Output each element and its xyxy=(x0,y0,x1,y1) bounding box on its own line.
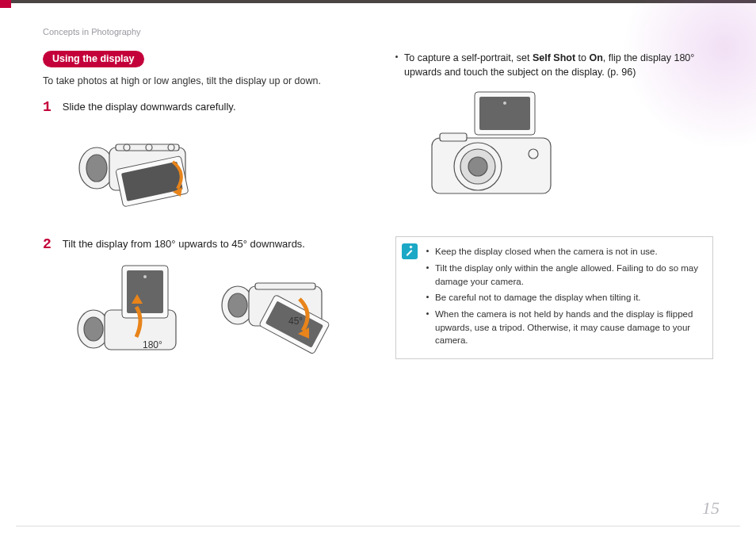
breadcrumb: Concepts in Photography xyxy=(43,27,141,36)
note-text: Keep the display closed when the camera … xyxy=(435,245,658,258)
camera-tilt-180-illustration: 180° xyxy=(70,261,189,372)
figure-selfshot xyxy=(416,87,713,217)
bullet-icon xyxy=(426,296,429,298)
svg-point-4 xyxy=(124,144,130,151)
content-columns: Using the display To take photos at high… xyxy=(43,51,713,391)
section-heading: Using the display xyxy=(43,51,144,67)
svg-point-26 xyxy=(503,101,506,105)
camera-selfshot-illustration xyxy=(416,87,567,214)
note-item: Keep the display closed when the camera … xyxy=(426,245,701,258)
bold-selfshot: Self Shot xyxy=(533,52,575,63)
angle-label-45: 45° xyxy=(288,316,303,327)
figure-step2: 180° 45° xyxy=(70,261,361,372)
step-text: Slide the display downwards carefully. xyxy=(63,101,236,113)
angle-label-180: 180° xyxy=(143,339,162,350)
bullet-icon xyxy=(426,312,429,315)
svg-point-31 xyxy=(468,157,487,176)
page-number: 15 xyxy=(702,498,720,519)
page-top-border xyxy=(0,0,756,3)
step-2: 2 Tilt the display from 180° upwards to … xyxy=(43,238,361,251)
note-item: Be careful not to damage the display whe… xyxy=(426,291,701,304)
step-number: 2 xyxy=(43,237,52,251)
step-text: Tilt the display from 180° upwards to 45… xyxy=(63,238,305,250)
svg-rect-20 xyxy=(255,283,315,289)
right-column: To capture a self-portrait, set Self Sho… xyxy=(395,51,713,391)
note-body: Keep the display closed when the camera … xyxy=(423,237,712,358)
intro-text: To take photos at high or low angles, ti… xyxy=(43,75,361,86)
self-shot-text: To capture a self-portrait, set Self Sho… xyxy=(404,51,713,79)
note-item: When the camera is not held by hands and… xyxy=(426,308,701,347)
svg-point-15 xyxy=(143,275,147,278)
left-column: Using the display To take photos at high… xyxy=(43,51,361,391)
figure-step1 xyxy=(70,124,361,219)
camera-tilt-45-illustration: 45° xyxy=(212,261,339,364)
bullet-icon xyxy=(426,250,429,252)
note-box: Keep the display closed when the camera … xyxy=(395,236,713,359)
note-icon xyxy=(402,243,418,259)
bullet-icon xyxy=(395,56,398,58)
text-fragment: To capture a self-portrait, set xyxy=(404,52,533,63)
note-text: When the camera is not held by hands and… xyxy=(435,308,701,347)
svg-point-5 xyxy=(146,144,152,151)
step-1: 1 Slide the display downwards carefully. xyxy=(43,101,361,114)
svg-point-6 xyxy=(168,144,174,151)
svg-point-1 xyxy=(86,155,107,182)
note-text: Tilt the display only within the angle a… xyxy=(435,262,701,288)
svg-point-11 xyxy=(84,317,103,341)
note-text: Be careful not to damage the display whe… xyxy=(435,291,641,304)
text-fragment: to xyxy=(575,52,589,63)
bold-on: On xyxy=(589,52,602,63)
step-number: 1 xyxy=(43,100,52,114)
note-icon-cell xyxy=(396,237,423,358)
svg-rect-28 xyxy=(440,133,467,141)
svg-point-18 xyxy=(228,293,247,317)
note-item: Tilt the display only within the angle a… xyxy=(426,262,701,288)
bullet-icon xyxy=(426,266,429,269)
camera-slide-down-illustration xyxy=(70,124,204,219)
svg-point-32 xyxy=(529,149,538,159)
self-shot-tip: To capture a self-portrait, set Self Sho… xyxy=(395,51,713,79)
page-footer-line xyxy=(16,526,740,526)
